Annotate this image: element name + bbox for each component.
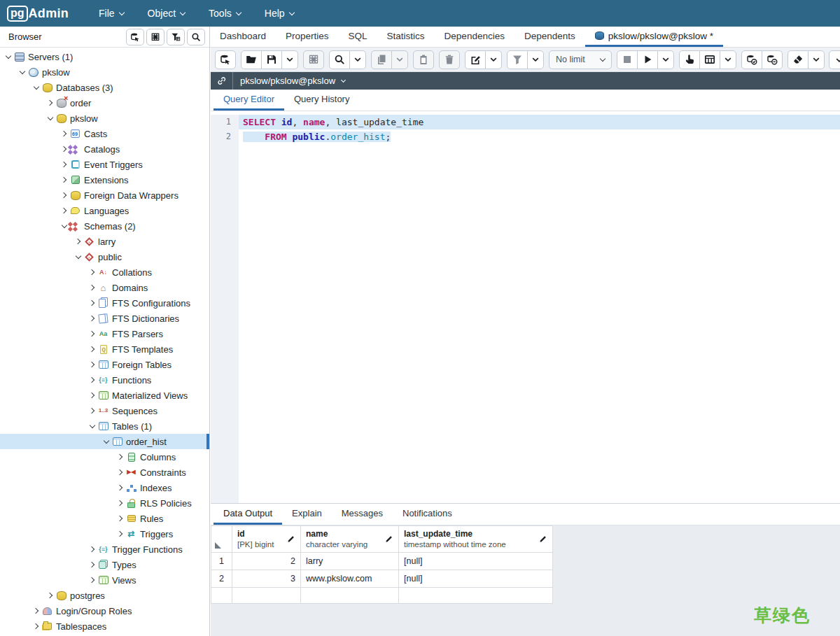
chevron-right-icon[interactable] bbox=[115, 498, 125, 509]
tree-item-postgres[interactable]: postgres bbox=[0, 588, 209, 603]
edit-cell-icon[interactable] bbox=[384, 535, 393, 544]
tree-item-trigger-functions[interactable]: {≡}Trigger Functions bbox=[0, 542, 209, 557]
chevron-right-icon[interactable] bbox=[59, 160, 69, 170]
chevron-right-icon[interactable] bbox=[87, 375, 97, 386]
chevron-right-icon[interactable] bbox=[59, 129, 69, 139]
table-view-icon[interactable] bbox=[699, 50, 720, 69]
chevron-right-icon[interactable] bbox=[87, 283, 97, 293]
chevron-down-icon[interactable] bbox=[391, 50, 408, 69]
edit-pencil-icon[interactable] bbox=[465, 50, 486, 69]
query-tool-icon[interactable] bbox=[126, 29, 144, 45]
tree-item-foreign-data-wrappers[interactable]: Foreign Data Wrappers bbox=[0, 188, 209, 203]
stop-icon[interactable] bbox=[617, 50, 638, 69]
chevron-down-icon[interactable] bbox=[17, 67, 27, 78]
empty-row[interactable] bbox=[211, 588, 553, 604]
grid-cell[interactable]: larry bbox=[301, 553, 399, 570]
chevron-right-icon[interactable] bbox=[45, 98, 55, 108]
tree-item-collations[interactable]: A↓Collations bbox=[0, 264, 209, 280]
tree-item-fts-configurations[interactable]: FTS Configurations bbox=[0, 295, 209, 311]
tab-properties[interactable]: Properties bbox=[276, 27, 339, 47]
tree-item-extensions[interactable]: Extensions bbox=[0, 172, 209, 188]
row-number[interactable]: 1 bbox=[211, 553, 232, 570]
chevron-right-icon[interactable] bbox=[87, 360, 97, 370]
tab-notifications[interactable]: Notifications bbox=[393, 504, 462, 525]
tree-item-tables-1[interactable]: Tables (1) bbox=[0, 418, 209, 434]
chevron-right-icon[interactable] bbox=[87, 267, 97, 278]
filter-grid-icon[interactable] bbox=[167, 29, 185, 45]
chevron-right-icon[interactable] bbox=[115, 529, 125, 539]
tab-explain[interactable]: Explain bbox=[282, 504, 332, 525]
chevron-down-icon[interactable] bbox=[87, 421, 97, 432]
chevron-right-icon[interactable] bbox=[115, 452, 125, 462]
editor-line[interactable]: 1SELECT id, name, last_update_time bbox=[211, 115, 840, 129]
chevron-down-icon[interactable] bbox=[3, 52, 13, 62]
chevron-down-icon[interactable] bbox=[349, 50, 366, 69]
chevron-right-icon[interactable] bbox=[87, 390, 97, 401]
pgadmin-logo[interactable]: pg Admin bbox=[7, 6, 69, 22]
chevron-down-icon[interactable] bbox=[281, 50, 298, 69]
tab-query-editor[interactable]: Query Editor bbox=[214, 90, 284, 111]
connection-bar[interactable]: pkslow/pkslow@pkslow bbox=[211, 72, 840, 90]
chevron-right-icon[interactable] bbox=[59, 206, 69, 216]
grid-cell[interactable]: [null] bbox=[399, 570, 553, 588]
tree-item-fts-parsers[interactable]: AaFTS Parsers bbox=[0, 326, 209, 341]
chevron-down-icon[interactable] bbox=[45, 113, 55, 124]
tree-item-event-triggers[interactable]: Event Triggers bbox=[0, 157, 209, 172]
tree-item-servers-1[interactable]: Servers (1) bbox=[0, 49, 209, 64]
grid-cell[interactable]: [null] bbox=[399, 553, 553, 570]
chevron-right-icon[interactable] bbox=[59, 190, 69, 201]
tree-item-pkslow[interactable]: pkslow bbox=[0, 111, 209, 126]
chevron-down-icon[interactable] bbox=[73, 252, 83, 262]
chevron-down-icon[interactable] bbox=[527, 50, 544, 69]
chevron-right-icon[interactable] bbox=[115, 467, 125, 478]
tab-query-tool-active[interactable]: pkslow/pkslow@pkslow * bbox=[585, 27, 723, 47]
tree-item-views[interactable]: Views bbox=[0, 572, 209, 588]
chevron-down-icon[interactable] bbox=[101, 437, 111, 447]
chevron-right-icon[interactable] bbox=[115, 514, 125, 524]
tab-dashboard[interactable]: Dashboard bbox=[210, 27, 276, 47]
tree-item-pkslow[interactable]: pkslow bbox=[0, 64, 209, 80]
tab-dependencies[interactable]: Dependencies bbox=[435, 27, 514, 47]
tab-dependents[interactable]: Dependents bbox=[514, 27, 585, 47]
grid-cell[interactable]: 2 bbox=[232, 553, 301, 570]
chevron-right-icon[interactable] bbox=[45, 591, 55, 601]
tree-item-indexes[interactable]: Indexes bbox=[0, 480, 209, 495]
select-all-corner[interactable] bbox=[211, 526, 232, 553]
copy-icon[interactable] bbox=[371, 50, 392, 69]
tab-query-history[interactable]: Query History bbox=[284, 90, 359, 111]
play-icon[interactable] bbox=[637, 50, 658, 69]
chevron-right-icon[interactable] bbox=[87, 344, 97, 355]
grid-cell[interactable]: 3 bbox=[232, 570, 301, 588]
tree-item-foreign-tables[interactable]: Foreign Tables bbox=[0, 357, 209, 372]
chevron-right-icon[interactable] bbox=[87, 575, 97, 586]
sql-editor[interactable]: 1SELECT id, name, last_update_time2 FROM… bbox=[211, 111, 840, 503]
delete-icon[interactable] bbox=[439, 50, 460, 69]
filter-icon[interactable] bbox=[507, 50, 528, 69]
tree-item-login-group-roles[interactable]: Login/Group Roles bbox=[0, 603, 209, 619]
tab-statistics[interactable]: Statistics bbox=[377, 27, 435, 47]
chevron-right-icon[interactable] bbox=[87, 544, 97, 555]
edit-cell-icon[interactable] bbox=[538, 535, 547, 544]
tree-item-order-hist[interactable]: order_hist bbox=[0, 434, 209, 449]
menu-file[interactable]: File bbox=[87, 0, 136, 27]
chevron-right-icon[interactable] bbox=[87, 298, 97, 309]
chevron-right-icon[interactable] bbox=[31, 606, 41, 616]
chevron-right-icon[interactable] bbox=[31, 621, 41, 632]
search-icon[interactable] bbox=[187, 29, 205, 45]
tree-item-constraints[interactable]: ▶◀Constraints bbox=[0, 465, 209, 480]
folder-open-icon[interactable] bbox=[241, 50, 262, 69]
column-header-last-update-time[interactable]: last_update_timetimestamp without time z… bbox=[399, 526, 553, 553]
paste-icon[interactable] bbox=[413, 50, 434, 69]
tree-item-databases-3[interactable]: Databases (3) bbox=[0, 80, 209, 95]
menu-object[interactable]: Object bbox=[136, 0, 197, 27]
tree-item-triggers[interactable]: ⇄Triggers bbox=[0, 526, 209, 542]
column-header-id[interactable]: id[PK] bigint bbox=[232, 526, 301, 553]
hand-pointer-icon[interactable] bbox=[679, 50, 700, 69]
commit-icon[interactable] bbox=[741, 50, 762, 69]
chevron-right-icon[interactable] bbox=[115, 483, 125, 493]
tree-item-materialized-views[interactable]: Materialized Views bbox=[0, 388, 209, 403]
column-header-name[interactable]: namecharacter varying bbox=[301, 526, 399, 553]
edit-grid-icon[interactable] bbox=[146, 29, 164, 45]
tree-item-order[interactable]: order bbox=[0, 95, 209, 111]
chevron-down-icon[interactable] bbox=[808, 50, 825, 69]
